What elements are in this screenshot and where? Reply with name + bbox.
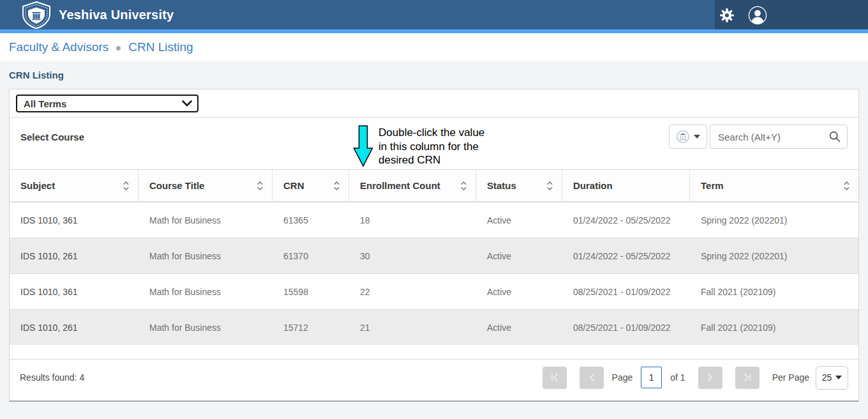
chevron-down-icon [694, 135, 700, 139]
first-page-icon [550, 373, 559, 382]
table-header-row: Subject Course Title CRN Enrollment Coun… [10, 170, 858, 202]
cell-subject[interactable]: IDS 1010, 361 [10, 274, 138, 309]
cell-course-title[interactable]: Math for Business [138, 238, 273, 273]
page-number-input[interactable] [641, 367, 662, 388]
chevron-down-icon [182, 100, 192, 107]
column-header-subject[interactable]: Subject [10, 170, 138, 201]
sort-icon [843, 181, 850, 191]
last-page-icon [743, 373, 752, 382]
sort-icon [333, 181, 340, 191]
cell-status[interactable]: Active [476, 274, 562, 309]
annotation-line-2: in this column for the [378, 140, 484, 154]
empty-table-strip [10, 345, 858, 360]
cell-crn[interactable]: 15598 [273, 274, 349, 309]
table-footer: Results found: 4 Page of 1 [10, 360, 858, 395]
cell-enrollment-count[interactable]: 22 [349, 274, 476, 309]
results-found-text: Results found: 4 [20, 372, 84, 383]
annotation-line-3: desired CRN [378, 153, 484, 167]
breadcrumb-faculty-advisors[interactable]: Faculty & Advisors [9, 40, 108, 54]
previous-page-button[interactable] [580, 367, 604, 389]
top-navigation-bar: Yeshiva University [0, 0, 868, 29]
column-header-status[interactable]: Status [476, 170, 562, 201]
first-page-button[interactable] [542, 367, 567, 389]
cell-crn[interactable]: 61370 [273, 238, 349, 273]
breadcrumb-crn-listing[interactable]: CRN Listing [128, 40, 193, 54]
brand-title: Yeshiva University [59, 0, 174, 29]
cell-enrollment-count[interactable]: 18 [349, 202, 476, 238]
gear-icon[interactable] [719, 8, 735, 23]
crn-listing-panel: All Terms Select Course Double-click the… [9, 89, 859, 402]
sort-icon [460, 181, 467, 191]
last-page-button[interactable] [735, 367, 760, 389]
select-course-toolbar: Select Course Double-click the value in … [10, 118, 858, 170]
column-header-course-title[interactable]: Course Title [138, 170, 273, 201]
cell-subject[interactable]: IDS 1010, 261 [10, 310, 138, 345]
of-pages-label: of 1 [670, 372, 685, 383]
cell-crn[interactable]: 61365 [273, 202, 349, 238]
column-header-duration[interactable]: Duration [562, 170, 690, 201]
column-header-enrollment-count[interactable]: Enrollment Count [349, 170, 476, 201]
annotation-arrow-icon [353, 125, 373, 170]
sort-icon [546, 181, 553, 191]
cell-course-title[interactable]: Math for Business [138, 202, 273, 238]
per-page-dropdown[interactable]: 25 [816, 366, 848, 390]
cell-status[interactable]: Active [476, 238, 562, 273]
cell-duration[interactable]: 08/25/2021 - 01/09/2022 [562, 274, 690, 309]
cell-duration[interactable]: 01/24/2022 - 05/25/2022 [562, 202, 690, 238]
cell-course-title[interactable]: Math for Business [138, 274, 273, 309]
table-row[interactable]: IDS 1010, 261 Math for Business 15712 21… [10, 309, 858, 345]
column-header-term[interactable]: Term [690, 170, 858, 201]
cell-course-title[interactable]: Math for Business [138, 310, 273, 345]
table-row[interactable]: IDS 1010, 361 Math for Business 15598 22… [10, 273, 858, 309]
cell-duration[interactable]: 08/25/2021 - 01/09/2022 [562, 310, 690, 345]
per-page-label: Per Page [772, 372, 809, 383]
user-avatar-icon[interactable] [748, 6, 767, 25]
search-field-wrap [710, 125, 848, 149]
pagination: Page of 1 Per Page 25 [530, 366, 848, 390]
annotation-line-1: Double-click the value [378, 126, 484, 140]
cell-enrollment-count[interactable]: 21 [349, 310, 476, 345]
cell-duration[interactable]: 01/24/2022 - 05/25/2022 [562, 238, 690, 273]
chevron-down-icon [835, 376, 842, 379]
cell-enrollment-count[interactable]: 30 [349, 238, 476, 273]
per-page-value: 25 [822, 372, 832, 383]
column-chooser-icon [676, 130, 690, 144]
cell-subject[interactable]: IDS 1010, 261 [10, 238, 138, 273]
cell-status[interactable]: Active [476, 202, 562, 238]
search-input[interactable] [710, 125, 848, 149]
cell-subject[interactable]: IDS 1010, 361 [10, 202, 138, 238]
terms-bar: All Terms [10, 89, 858, 118]
column-chooser-button[interactable] [669, 125, 707, 149]
term-select-dropdown[interactable]: All Terms [16, 95, 198, 112]
search-icon[interactable] [828, 130, 841, 143]
table-row[interactable]: IDS 1010, 361 Math for Business 61365 18… [10, 202, 858, 238]
cell-term[interactable]: Fall 2021 (202109) [690, 310, 858, 345]
select-course-label: Select Course [20, 132, 84, 142]
sort-icon [123, 181, 130, 191]
cell-term[interactable]: Fall 2021 (202109) [690, 274, 858, 309]
table-row[interactable]: IDS 1010, 261 Math for Business 61370 30… [10, 238, 858, 273]
breadcrumb: Faculty & Advisors CRN Listing [0, 33, 868, 61]
cell-term[interactable]: Spring 2022 (202201) [690, 238, 858, 273]
cell-crn[interactable]: 15712 [273, 310, 349, 345]
page-label: Page [612, 372, 633, 383]
column-header-crn[interactable]: CRN [273, 170, 349, 201]
term-select-value: All Terms [24, 98, 66, 109]
page-title: CRN Listing [9, 70, 64, 80]
next-page-button[interactable] [698, 367, 722, 389]
yeshiva-university-shield-logo[interactable] [21, 1, 52, 29]
next-page-icon [707, 373, 714, 382]
sort-icon [257, 181, 264, 191]
cell-term[interactable]: Spring 2022 (202201) [690, 202, 858, 238]
breadcrumb-separator-dot [116, 46, 121, 50]
annotation-text: Double-click the value in this column fo… [378, 126, 484, 167]
topbar-tools-section [715, 0, 868, 29]
cell-status[interactable]: Active [476, 310, 562, 345]
previous-page-icon [588, 373, 595, 382]
